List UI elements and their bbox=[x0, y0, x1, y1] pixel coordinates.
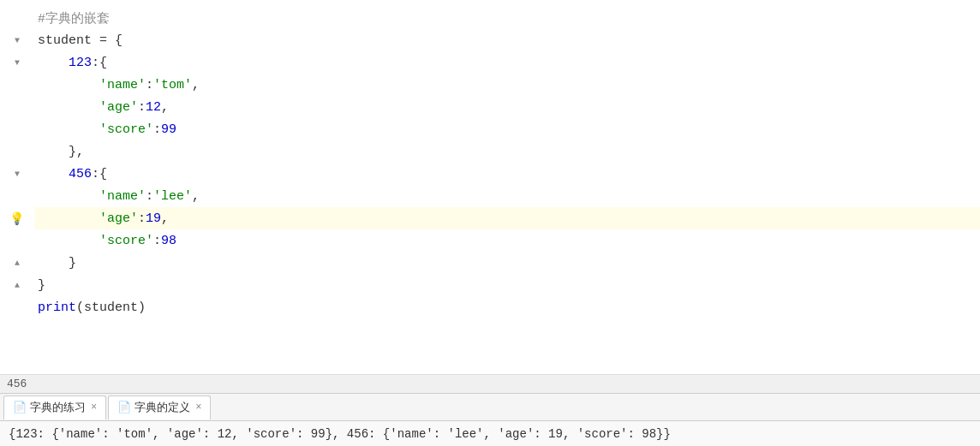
code-line-4: 'age':12, bbox=[34, 96, 980, 118]
code-token: 98 bbox=[161, 234, 176, 248]
tab-0[interactable]: 📄字典的练习× bbox=[3, 395, 106, 419]
output-text: {123: {'name': 'tom', 'age': 12, 'score'… bbox=[9, 427, 671, 441]
code-token: } bbox=[38, 256, 76, 271]
code-line-5: 'score':99 bbox=[34, 118, 980, 140]
code-token bbox=[38, 234, 99, 248]
code-token: 'name' bbox=[99, 189, 146, 204]
tab-icon-0: 📄 bbox=[13, 401, 27, 414]
tab-icon-1: 📄 bbox=[117, 401, 131, 414]
code-line-comment: #字典的嵌套 bbox=[34, 7, 980, 29]
gutter-cell-3 bbox=[0, 74, 34, 96]
code-token: :{ bbox=[92, 56, 107, 70]
code-line-10: 'score':98 bbox=[34, 229, 980, 252]
tabs-bar: 📄字典的练习×📄字典的定义× bbox=[0, 393, 980, 420]
fold-arrow-2[interactable]: ▼ bbox=[15, 58, 20, 68]
code-token: ( bbox=[76, 300, 84, 315]
bottom-line-number: 456 bbox=[0, 374, 980, 393]
code-token: 'score' bbox=[99, 122, 153, 137]
code-line-7: 456:{ bbox=[34, 163, 980, 185]
gutter-cell-1: ▼ bbox=[0, 29, 34, 51]
gutter-cell-6 bbox=[0, 140, 34, 163]
code-token: print bbox=[38, 300, 76, 315]
gutter-cell-9: 💡 bbox=[0, 207, 34, 229]
code-token: , bbox=[192, 189, 200, 204]
tab-close-1[interactable]: × bbox=[195, 401, 201, 413]
code-token: 99 bbox=[161, 122, 176, 137]
code-token: : bbox=[146, 78, 153, 92]
code-line-1: student = { bbox=[34, 29, 980, 51]
code-token: :{ bbox=[92, 167, 107, 181]
lines-area: #字典的嵌套student = { 123:{ 'name':'tom', 'a… bbox=[34, 7, 980, 367]
code-token: : bbox=[146, 189, 153, 204]
code-line-8: 'name':'lee', bbox=[34, 185, 980, 207]
code-line-12: } bbox=[34, 274, 980, 296]
code-line-11: } bbox=[34, 252, 980, 274]
tab-close-0[interactable]: × bbox=[91, 401, 97, 413]
code-token: 456 bbox=[69, 167, 92, 181]
code-token: 'lee' bbox=[153, 189, 192, 204]
code-token: 'age' bbox=[99, 100, 138, 115]
fold-arrow-7[interactable]: ▼ bbox=[15, 169, 20, 179]
code-line-2: 123:{ bbox=[34, 51, 980, 74]
code-token bbox=[38, 189, 99, 204]
code-token bbox=[38, 78, 99, 92]
code-token: = { bbox=[92, 33, 122, 48]
code-token: } bbox=[38, 278, 45, 293]
gutter-cell-10 bbox=[0, 229, 34, 252]
output-bar: {123: {'name': 'tom', 'age': 12, 'score'… bbox=[0, 420, 980, 446]
code-token: student bbox=[84, 300, 138, 315]
code-token: : bbox=[153, 234, 161, 248]
gutter-cell-7: ▼ bbox=[0, 163, 34, 185]
code-line-6: }, bbox=[34, 140, 980, 163]
fold-arrow-12[interactable]: ▲ bbox=[15, 281, 20, 290]
gutter-comment bbox=[0, 7, 34, 29]
code-token: , bbox=[161, 100, 169, 115]
code-token bbox=[38, 122, 99, 137]
code-line-3: 'name':'tom', bbox=[34, 74, 980, 96]
code-token bbox=[38, 56, 69, 70]
tab-label-0: 字典的练习 bbox=[30, 400, 86, 415]
code-token: 19 bbox=[146, 211, 161, 226]
line-number-display: 456 bbox=[7, 378, 27, 390]
code-token: 'name' bbox=[99, 78, 146, 92]
code-token: }, bbox=[38, 145, 84, 159]
code-token: student bbox=[38, 33, 92, 48]
code-token bbox=[38, 211, 99, 226]
fold-arrow-11[interactable]: ▲ bbox=[15, 259, 20, 268]
code-token: , bbox=[192, 78, 200, 92]
code-token: ) bbox=[138, 300, 146, 315]
code-token: , bbox=[161, 211, 169, 226]
gutter-cell-5 bbox=[0, 118, 34, 140]
gutter: ▼▼▼💡▲▲ bbox=[0, 7, 34, 367]
code-token: : bbox=[138, 100, 146, 115]
gutter-cell-2: ▼ bbox=[0, 51, 34, 74]
code-token: : bbox=[138, 211, 146, 226]
gutter-cell-12: ▲ bbox=[0, 274, 34, 296]
lightbulb-icon[interactable]: 💡 bbox=[9, 211, 24, 226]
code-token: : bbox=[153, 122, 161, 137]
gutter-cell-8 bbox=[0, 185, 34, 207]
gutter-cell-4 bbox=[0, 96, 34, 118]
editor-area: ▼▼▼💡▲▲ #字典的嵌套student = { 123:{ 'name':'t… bbox=[0, 0, 980, 374]
code-token: 'tom' bbox=[153, 78, 192, 92]
tab-label-1: 字典的定义 bbox=[134, 400, 190, 415]
code-container: ▼▼▼💡▲▲ #字典的嵌套student = { 123:{ 'name':'t… bbox=[0, 0, 980, 374]
fold-arrow-1[interactable]: ▼ bbox=[15, 36, 20, 45]
tab-1[interactable]: 📄字典的定义× bbox=[108, 395, 211, 419]
code-line-9: 'age':19, bbox=[34, 207, 980, 229]
gutter-cell-11: ▲ bbox=[0, 252, 34, 274]
code-token bbox=[38, 100, 99, 115]
code-token: 123 bbox=[69, 56, 92, 70]
code-token: 'age' bbox=[99, 211, 138, 226]
code-token: 'score' bbox=[99, 234, 153, 248]
code-line-13: print(student) bbox=[34, 296, 980, 318]
gutter-cell-13 bbox=[0, 296, 34, 318]
code-token bbox=[38, 167, 69, 181]
code-token: 12 bbox=[146, 100, 161, 115]
